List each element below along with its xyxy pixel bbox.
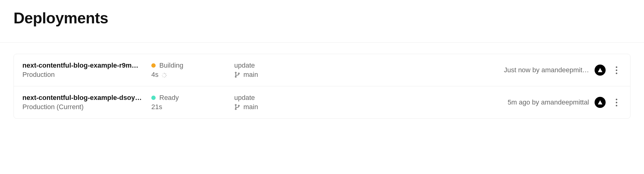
status-dot-icon — [151, 96, 156, 100]
svg-line-3 — [165, 77, 166, 77]
deployment-status-col: Building 4s — [151, 61, 228, 79]
deployment-branch-col: update main — [234, 94, 314, 111]
status-label: Ready — [159, 94, 179, 102]
git-branch-icon — [234, 72, 240, 78]
triangle-up-icon — [597, 99, 603, 105]
deployment-meta-col: Just now by amandeepmit… — [320, 65, 622, 76]
avatar[interactable] — [595, 65, 606, 76]
svg-point-20 — [235, 109, 236, 110]
svg-point-10 — [238, 73, 239, 74]
git-branch-icon — [234, 104, 240, 110]
deployment-time: 5m ago by amandeepmittal — [508, 98, 589, 106]
build-duration: 4s — [151, 71, 158, 79]
deployment-status-col: Ready 21s — [151, 94, 228, 111]
deployment-name-col: next-contentful-blog-example-r9m… Produc… — [22, 61, 145, 79]
page-title: Deployments — [14, 9, 630, 27]
branch-name[interactable]: main — [243, 103, 258, 111]
svg-point-19 — [235, 105, 236, 106]
deployment-time: Just now by amandeepmit… — [504, 66, 589, 74]
svg-point-21 — [238, 105, 239, 106]
deployment-environment: Production — [22, 71, 145, 79]
spinner-icon — [161, 72, 167, 77]
deployment-name[interactable]: next-contentful-blog-example-r9m… — [22, 61, 145, 69]
kebab-icon — [616, 99, 617, 106]
build-duration: 21s — [151, 103, 162, 111]
more-actions-button[interactable] — [611, 97, 622, 108]
triangle-up-icon — [597, 67, 603, 73]
deployment-branch-col: update main — [234, 61, 314, 79]
deployment-row[interactable]: next-contentful-blog-example-dsoy… Produ… — [14, 86, 630, 118]
deployment-environment: Production (Current) — [22, 103, 145, 111]
status-label: Building — [159, 61, 183, 69]
branch-name[interactable]: main — [243, 71, 258, 79]
commit-message: update — [234, 94, 314, 102]
deployment-meta-col: 5m ago by amandeepmittal — [320, 97, 622, 108]
deployment-name-col: next-contentful-blog-example-dsoy… Produ… — [22, 94, 145, 111]
svg-point-8 — [235, 72, 236, 73]
svg-line-1 — [165, 74, 166, 74]
deployment-name[interactable]: next-contentful-blog-example-dsoy… — [22, 94, 145, 102]
svg-line-5 — [163, 77, 163, 77]
svg-line-7 — [163, 74, 163, 74]
deployments-list: next-contentful-blog-example-r9m… Produc… — [14, 54, 630, 119]
page-header: Deployments — [0, 0, 644, 43]
commit-message: update — [234, 61, 314, 69]
kebab-icon — [616, 66, 617, 74]
more-actions-button[interactable] — [611, 65, 622, 76]
deployment-row[interactable]: next-contentful-blog-example-r9m… Produc… — [14, 54, 630, 86]
svg-point-9 — [235, 76, 236, 77]
avatar[interactable] — [595, 97, 606, 108]
status-dot-icon — [151, 63, 156, 68]
